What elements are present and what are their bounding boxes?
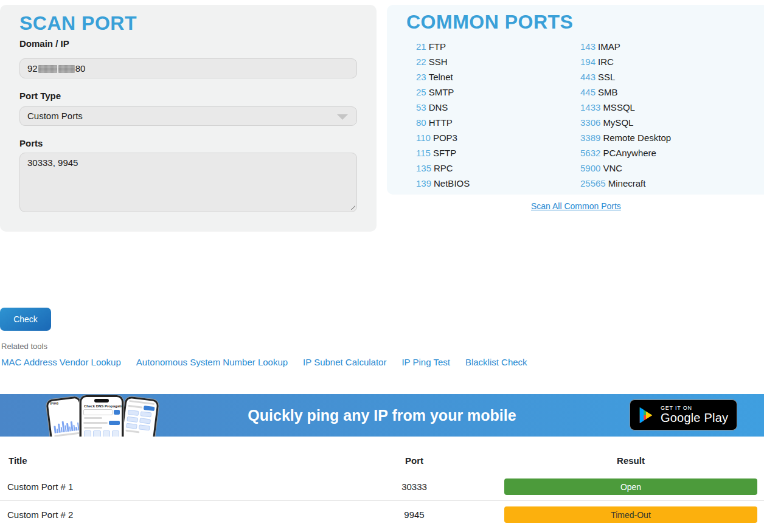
common-port-number[interactable]: 53 — [416, 102, 426, 112]
common-port-name: SMTP — [429, 87, 454, 97]
mobile-app-banner: Ping Check DNS Propagation — [0, 394, 764, 437]
common-port-name: HTTP — [429, 117, 453, 128]
common-port-name: DNS — [429, 102, 448, 112]
phone-mockup-middle: Check DNS Propagation — [80, 395, 123, 437]
common-port-name: POP3 — [433, 133, 457, 143]
related-tool-link[interactable]: Autonomous System Number Lookup — [136, 357, 288, 367]
common-ports-column-2: 143IMAP194IRC443SSL445SMB1433MSSQL3306My… — [580, 41, 671, 193]
common-port-name: IMAP — [598, 41, 620, 52]
decorative-line — [84, 427, 102, 429]
column-header-result: Result — [504, 455, 757, 466]
decorative-line — [125, 430, 139, 434]
common-port-item: 22SSH — [416, 57, 470, 72]
common-port-item: 3306MySQL — [580, 117, 671, 133]
common-port-item: 194IRC — [580, 57, 671, 72]
result-row-title: Custom Port # 2 — [7, 510, 73, 520]
masked-ip-segment — [38, 65, 57, 73]
column-header-port: Port — [293, 455, 536, 466]
related-tool-link[interactable]: IP Subnet Calculator — [303, 357, 386, 367]
phone-pill — [127, 416, 138, 423]
common-ports-title: COMMON PORTS — [406, 11, 573, 33]
common-port-item: 80HTTP — [416, 117, 470, 133]
common-port-number[interactable]: 21 — [416, 41, 426, 52]
common-port-number[interactable]: 80 — [416, 117, 426, 128]
port-scanner-page: SCAN PORT Domain / IP 9280 Port Type Cus… — [0, 0, 764, 532]
related-tool-link[interactable]: MAC Address Vendor Lookup — [1, 357, 121, 367]
common-port-number[interactable]: 115 — [416, 148, 431, 158]
phone-row — [83, 421, 120, 425]
common-port-number[interactable]: 194 — [580, 57, 596, 67]
common-port-number[interactable]: 25565 — [580, 178, 606, 188]
result-status-badge: Open — [504, 478, 757, 495]
result-row-title: Custom Port # 1 — [7, 482, 73, 492]
common-port-name: VNC — [603, 163, 622, 173]
common-port-name: FTP — [429, 41, 446, 52]
google-play-icon — [637, 406, 655, 425]
common-port-number[interactable]: 5632 — [580, 148, 600, 158]
common-port-number[interactable]: 5900 — [580, 163, 600, 173]
phone-button — [144, 406, 155, 411]
phone-pill — [126, 423, 137, 429]
common-port-number[interactable]: 1433 — [580, 102, 600, 112]
common-port-number[interactable]: 135 — [416, 163, 431, 173]
common-port-number[interactable]: 25 — [416, 87, 426, 97]
decorative-line — [128, 405, 142, 409]
google-play-badge[interactable]: GET IT ON Google Play — [630, 399, 737, 430]
common-port-item: 5900VNC — [580, 163, 671, 178]
common-port-item: 443SSL — [580, 72, 671, 87]
common-port-number[interactable]: 445 — [580, 87, 596, 97]
port-type-select[interactable]: Custom Ports — [19, 106, 357, 126]
common-port-number[interactable]: 143 — [580, 41, 596, 52]
common-port-name: SFTP — [433, 148, 456, 158]
common-port-number[interactable]: 23 — [416, 72, 426, 82]
related-tool-link[interactable]: IP Ping Test — [401, 357, 450, 367]
domain-ip-input[interactable]: 9280 — [19, 58, 357, 78]
phone-search-button — [114, 410, 120, 415]
phone-tool-icon — [93, 430, 100, 437]
masked-ip-segment — [58, 65, 75, 73]
domain-ip-value-suffix: 80 — [75, 63, 86, 74]
related-tools-heading: Related tools — [1, 342, 47, 351]
common-port-number[interactable]: 3389 — [580, 133, 600, 143]
phone-chart-bar — [58, 424, 60, 433]
phone-tools-grid — [84, 430, 119, 437]
port-type-label: Port Type — [19, 91, 61, 101]
result-status-badge: Timed-Out — [504, 506, 757, 523]
common-port-name: SSL — [598, 72, 615, 82]
phone-chart-bar — [54, 426, 56, 433]
chevron-down-icon — [337, 114, 348, 120]
phone-search-row — [83, 409, 120, 415]
check-button[interactable]: Check — [0, 308, 51, 331]
phone-pill — [139, 424, 150, 430]
common-port-name: RPC — [434, 163, 453, 173]
phone-pill — [139, 418, 151, 424]
scan-all-common-ports-link[interactable]: Scan All Common Ports — [531, 201, 621, 211]
phone-notch — [94, 399, 109, 402]
common-port-item: 5632PCAnywhere — [580, 148, 671, 163]
common-port-item: 143IMAP — [580, 41, 671, 57]
phone-screen-title: Check DNS Propagation — [82, 404, 122, 408]
column-header-title: Title — [9, 455, 27, 466]
common-port-name: Minecraft — [608, 178, 646, 188]
phone-chart-bar — [77, 423, 79, 430]
common-port-name: Telnet — [429, 72, 453, 82]
common-port-name: SSH — [429, 57, 448, 67]
phone-chart-bar — [66, 423, 69, 432]
common-port-number[interactable]: 443 — [580, 72, 596, 82]
common-port-item: 21FTP — [416, 41, 470, 57]
common-port-item: 25565Minecraft — [580, 178, 671, 193]
phone-tool-icon — [84, 430, 91, 437]
ports-textarea[interactable]: 30333, 9945 — [19, 153, 357, 212]
common-port-item: 23Telnet — [416, 72, 470, 87]
decorative-line — [83, 422, 108, 424]
common-port-name: MySQL — [603, 117, 633, 128]
common-port-item: 1433MSSQL — [580, 102, 671, 117]
related-tools-links: MAC Address Vendor LookupAutonomous Syst… — [1, 357, 527, 367]
common-port-number[interactable]: 139 — [416, 178, 431, 188]
common-port-number[interactable]: 110 — [416, 133, 431, 143]
common-port-number[interactable]: 3306 — [580, 117, 600, 128]
common-port-number[interactable]: 22 — [416, 57, 426, 67]
common-port-name: MSSQL — [603, 102, 635, 112]
related-tool-link[interactable]: Blacklist Check — [465, 357, 527, 367]
domain-ip-label: Domain / IP — [19, 38, 69, 49]
